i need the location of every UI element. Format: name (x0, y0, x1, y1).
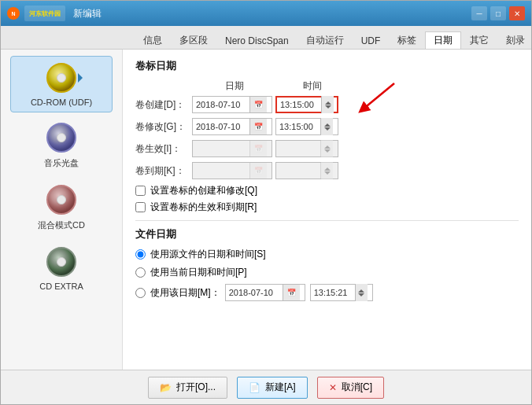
tab-info[interactable]: 信息 (135, 31, 171, 49)
time-expire-input (276, 166, 320, 175)
app-icon: N (7, 7, 20, 20)
new-icon: 📄 (249, 382, 260, 393)
sidebar-label-extra: CD EXTRA (39, 282, 83, 291)
spinner-create-button[interactable] (321, 96, 334, 113)
new-label: 新建[A] (265, 381, 296, 394)
spinner-down-icon4 (324, 171, 331, 175)
file-time-input[interactable] (311, 288, 355, 297)
checkbox-create-modify-label[interactable]: 设置卷标的创建和修改[Q] (150, 184, 257, 197)
row-effective: 卷生效[I]： 📅 (135, 140, 519, 157)
radio-source-date[interactable] (135, 249, 146, 260)
cancel-label: 取消[C] (342, 381, 372, 394)
tab-tags[interactable]: 标签 (389, 31, 425, 49)
tab-other[interactable]: 其它 (461, 31, 497, 49)
open-icon: 📂 (160, 382, 172, 393)
time-create-input-wrap[interactable] (275, 96, 338, 113)
radio-current-date[interactable] (135, 267, 146, 278)
window-title: 新编辑 (73, 7, 102, 20)
sidebar: CD-ROM (UDF) 音乐光盘 混合模式CD (1, 50, 123, 370)
time-modify-input[interactable] (276, 122, 320, 131)
date-col-header: 日期 (192, 79, 277, 93)
checkbox-create-modify[interactable] (135, 186, 146, 196)
sidebar-container: CD-ROM (UDF) 音乐光盘 混合模式CD (1, 50, 123, 370)
sidebar-label-music: 音乐光盘 (44, 157, 79, 169)
mixed-icon (45, 183, 78, 216)
date-modify-input-wrap[interactable]: 📅 (192, 118, 272, 135)
date-modify-input[interactable] (193, 122, 249, 131)
logo-text: 河东软件园 (24, 6, 65, 21)
row-expire: 卷到期[K]： 📅 (135, 162, 519, 179)
file-spinner-button[interactable] (355, 284, 368, 301)
svg-text:N: N (11, 11, 15, 17)
cancel-button[interactable]: ✕ 取消[C] (317, 377, 384, 399)
time-effective-input (276, 144, 320, 153)
file-date-input-wrap[interactable]: 📅 (225, 284, 305, 301)
sidebar-item-mixed[interactable]: 混合模式CD (10, 178, 113, 237)
file-date-input[interactable] (226, 288, 283, 297)
checkbox-row-1: 设置卷标的创建和修改[Q] (135, 184, 519, 197)
date-create-input-wrap[interactable]: 📅 (192, 96, 272, 113)
file-date-title: 文件日期 (135, 227, 519, 241)
date-effective-input-wrap[interactable]: 📅 (192, 140, 272, 157)
file-date-section: 文件日期 使用源文件的日期和时间[S] 使用当前日期和时间[P] 使用该日期[M… (135, 227, 519, 301)
cd-icon-extra (46, 247, 76, 277)
file-spinner-up-icon (358, 289, 364, 293)
date-expire-input-wrap[interactable]: 📅 (192, 162, 272, 179)
tab-burn[interactable]: 刻录 (497, 31, 532, 49)
cal-expire-button: 📅 (249, 163, 267, 179)
tab-autorun[interactable]: 自动运行 (297, 31, 353, 49)
radio-current-date-label[interactable]: 使用当前日期和时间[P] (150, 266, 247, 279)
spinner-effective-button (320, 140, 333, 157)
date-expire-input (193, 166, 249, 175)
cal-effective-button: 📅 (249, 141, 267, 156)
open-button[interactable]: 📂 打开[O]... (148, 377, 227, 399)
label-modify: 卷修改[G]： (135, 120, 189, 134)
cal-create-button[interactable]: 📅 (249, 97, 267, 112)
label-create: 卷创建[D]： (135, 98, 189, 112)
sidebar-item-extra[interactable]: CD EXTRA (10, 240, 113, 296)
active-arrow (78, 73, 83, 83)
maximize-button[interactable]: □ (490, 6, 506, 20)
checkbox-effective-expire[interactable] (135, 202, 146, 212)
titlebar: N 河东软件园 新编辑 ─ □ ✕ (1, 1, 531, 26)
new-button[interactable]: 📄 新建[A] (237, 377, 308, 399)
cd-icon-music (46, 123, 76, 153)
tab-udf[interactable]: UDF (353, 31, 390, 49)
tab-date[interactable]: 日期 (425, 31, 461, 49)
music-icon (45, 121, 78, 154)
radio-source-date-label[interactable]: 使用源文件的日期和时间[S] (150, 248, 266, 261)
time-create-input[interactable] (277, 100, 321, 109)
cd-icon-cdrom (46, 63, 76, 93)
radio-specific-date[interactable] (135, 288, 146, 298)
bottom-bar: 📂 打开[O]... 📄 新建[A] ✕ 取消[C] (1, 370, 531, 404)
sidebar-label-mixed: 混合模式CD (38, 219, 85, 231)
close-button[interactable]: ✕ (509, 6, 525, 20)
label-expire: 卷到期[K]： (135, 164, 189, 178)
tab-multiregion[interactable]: 多区段 (171, 31, 216, 49)
content-area: 卷标日期 日期 时间 卷创建[D]： 📅 (123, 50, 531, 370)
spinner-up-icon3 (324, 145, 331, 149)
cd-icon-mixed (46, 185, 76, 215)
cancel-icon: ✕ (329, 382, 337, 393)
minimize-button[interactable]: ─ (471, 6, 487, 20)
time-effective-input-wrap (275, 140, 338, 157)
time-modify-input-wrap[interactable] (275, 118, 338, 135)
tab-bar: 信息 多区段 Nero DiscSpan 自动运行 UDF 标签 日期 其它 刻… (1, 26, 531, 50)
file-time-input-wrap[interactable] (310, 284, 373, 301)
file-spinner-down-icon (358, 293, 364, 296)
time-expire-input-wrap (275, 162, 338, 179)
checkbox-effective-expire-label[interactable]: 设置卷标的生效和到期[R] (150, 201, 257, 214)
tab-discspan[interactable]: Nero DiscSpan (216, 31, 297, 49)
date-create-input[interactable] (193, 100, 249, 109)
sidebar-label-cdrom: CD-ROM (UDF) (31, 98, 92, 107)
sidebar-item-cdrom[interactable]: CD-ROM (UDF) (10, 56, 113, 112)
date-effective-input (193, 144, 249, 153)
spinner-expire-button (320, 162, 333, 179)
radio-specific-date-label[interactable]: 使用该日期[M]： (150, 286, 220, 300)
sidebar-item-music[interactable]: 音乐光盘 (10, 116, 113, 175)
spinner-down-icon2 (324, 127, 331, 131)
spinner-modify-button[interactable] (320, 118, 333, 135)
radio-row-2: 使用当前日期和时间[P] (135, 266, 519, 279)
file-cal-button[interactable]: 📅 (283, 285, 300, 300)
cal-modify-button[interactable]: 📅 (249, 119, 267, 134)
